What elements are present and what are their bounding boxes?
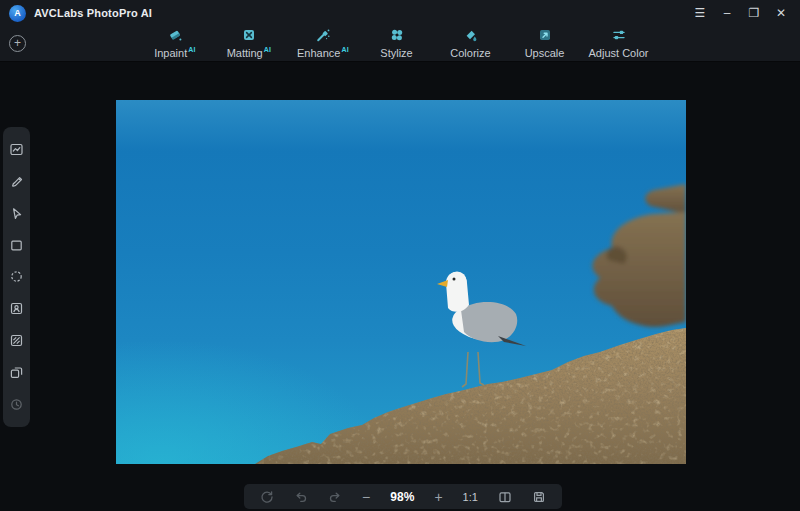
tool-colorize[interactable]: Colorize <box>434 26 508 62</box>
upscale-icon <box>537 27 553 43</box>
rect-select-icon[interactable] <box>9 238 24 253</box>
zoom-out-button[interactable]: − <box>362 490 370 504</box>
matting-icon <box>241 27 257 43</box>
tool-label: Enhance <box>297 47 340 59</box>
enhance-icon <box>315 27 331 43</box>
rock-outcrop <box>592 184 686 327</box>
stylize-icon <box>389 27 405 43</box>
minimize-icon[interactable]: – <box>720 6 734 20</box>
seagull-photo <box>116 100 686 464</box>
tool-upscale[interactable]: Upscale <box>508 26 582 62</box>
menu-icon[interactable]: ☰ <box>693 6 707 20</box>
colorize-icon <box>463 27 479 43</box>
save-icon[interactable] <box>532 490 546 504</box>
tool-label: Inpaint <box>154 47 187 59</box>
close-icon[interactable]: ✕ <box>774 6 788 20</box>
tool-matting[interactable]: MattingAI <box>212 26 286 62</box>
photo-canvas[interactable] <box>116 100 686 464</box>
ai-badge: AI <box>341 46 349 53</box>
titlebar: A AVCLabs PhotoPro AI ☰ – ❐ ✕ <box>0 0 800 26</box>
inpaint-icon <box>167 27 183 43</box>
tool-enhance[interactable]: EnhanceAI <box>286 26 360 62</box>
undo-icon[interactable] <box>294 490 308 504</box>
history-icon[interactable] <box>9 397 24 412</box>
compare-icon[interactable] <box>498 490 512 504</box>
actual-size-button[interactable]: 1:1 <box>463 491 478 503</box>
adjust-color-icon <box>611 27 627 43</box>
ai-badge: AI <box>264 46 272 53</box>
zoom-level: 98% <box>390 490 414 504</box>
zoom-in-button[interactable]: + <box>434 490 442 504</box>
app-title: AVCLabs PhotoPro AI <box>34 7 152 19</box>
tool-label: Upscale <box>525 47 565 59</box>
polygon-select-icon[interactable] <box>9 206 24 221</box>
header: A AVCLabs PhotoPro AI ☰ – ❐ ✕ + InpaintA… <box>0 0 800 62</box>
tool-stylize[interactable]: Stylize <box>360 26 434 62</box>
tool-adjust-color[interactable]: Adjust Color <box>582 26 656 62</box>
tool-ribbon: + InpaintAI MattingAI <box>0 26 800 62</box>
smart-select-icon[interactable] <box>9 142 24 157</box>
reset-icon[interactable] <box>260 490 274 504</box>
tool-label: Colorize <box>450 47 490 59</box>
tool-label: Matting <box>227 47 263 59</box>
add-image-button[interactable]: + <box>9 35 26 52</box>
seagull <box>437 272 528 388</box>
tool-label: Stylize <box>380 47 412 59</box>
hatch-mask-icon[interactable] <box>9 333 24 348</box>
maximize-icon[interactable]: ❐ <box>747 6 761 20</box>
canvas-control-bar: − 98% + 1:1 <box>244 484 562 509</box>
selection-toolbar <box>3 127 30 427</box>
ai-badge: AI <box>188 46 196 53</box>
app-logo-icon: A <box>9 5 26 22</box>
tool-label: Adjust Color <box>589 47 649 59</box>
redo-icon[interactable] <box>328 490 342 504</box>
ellipse-select-icon[interactable] <box>9 269 24 284</box>
portrait-select-icon[interactable] <box>9 301 24 316</box>
brush-icon[interactable] <box>9 174 24 189</box>
replace-icon[interactable] <box>9 365 24 380</box>
tool-inpaint[interactable]: InpaintAI <box>138 26 212 62</box>
